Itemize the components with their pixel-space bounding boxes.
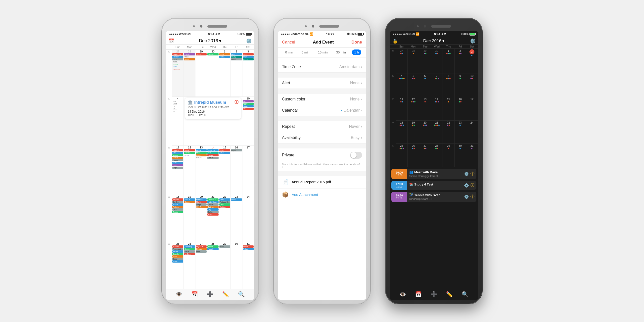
event-dinne[interactable]: Dinne... [184, 58, 195, 60]
pdf-attachment-row[interactable]: 📄 Annual Report 2015.pdf [278, 176, 366, 188]
info-icon[interactable]: ⓘ [234, 100, 238, 105]
dark-day-22[interactable]: 22 [443, 120, 454, 144]
ev-return2[interactable]: Return [243, 248, 254, 250]
ev-payday[interactable]: Payday [172, 198, 183, 201]
ev-cityt2[interactable]: City T... [207, 208, 218, 210]
day-4[interactable]: 4 Pro... Meet Lur... Me... Stu... [172, 97, 184, 146]
day-26[interactable]: 26 Table Bay Hotel Shops Plane... La Co.… [184, 242, 196, 289]
dark-day-10[interactable]: 10 [466, 74, 478, 97]
timezone-row[interactable]: Time Zone Amsterdam › [278, 62, 366, 72]
left-month-title[interactable]: Dec 2016 ▾ [199, 38, 221, 44]
dark-day-8[interactable]: 8 [443, 74, 454, 97]
event-tennis-sven[interactable]: 19:30 22:30 🎾 Tennis with Sven Kinderdij… [391, 192, 476, 202]
ev-canoe[interactable]: Canoe • [207, 204, 218, 206]
day-29[interactable]: 29 Tennis [196, 50, 207, 97]
ev-study2[interactable]: Study [243, 105, 254, 108]
day-15[interactable]: 15 Devel... Movie [219, 146, 231, 195]
ev-gugg[interactable]: Gugg [196, 154, 207, 156]
ev-kita[interactable]: Kita... [207, 152, 218, 154]
ev-trans[interactable]: Trans... [172, 255, 183, 258]
ev-stu[interactable]: Stu... [172, 110, 183, 112]
ev-lur[interactable]: Lur... [172, 105, 183, 108]
right-month-title[interactable]: Dec 2016 ▾ [423, 38, 444, 44]
cancel-button[interactable]: Cancel [282, 40, 295, 45]
ev-cape[interactable]: Cape [172, 258, 183, 260]
ev-meet[interactable]: Meet [172, 103, 183, 105]
add-attachment-row[interactable]: 📦 Add Attachment [278, 188, 366, 201]
event-detail-popup[interactable]: 🏛️ Intrepid Museum ⓘ Pier 86 W 46th St a… [185, 98, 241, 119]
ev-shops3[interactable]: Shops [184, 248, 195, 250]
ev-cab5[interactable]: Cab t... [207, 206, 218, 208]
ev-russi[interactable]: Russi... [184, 149, 195, 152]
ev-hotel[interactable]: Hotel Upper Ea... [207, 201, 218, 203]
dark-day-13[interactable]: 13 [419, 97, 431, 120]
ev-pill2[interactable]: Pill [243, 108, 254, 110]
event-car[interactable]: Car C... [172, 58, 183, 60]
event-shops[interactable]: Shops [172, 63, 183, 66]
day-2[interactable]: 2 Meet Study A-Fus [231, 50, 242, 97]
calendar-list-icon[interactable]: 📅 [168, 38, 174, 44]
event-a-fus[interactable]: A-Fus [231, 58, 242, 60]
ev-meet2[interactable]: Meet • [196, 152, 207, 154]
day-30[interactable]: 30 Noodle [207, 50, 219, 97]
dark-day-27c[interactable]: 27 [419, 144, 431, 167]
dark-edit-icon[interactable]: ✏️ [446, 291, 453, 298]
dark-day-25[interactable]: 25 [396, 144, 408, 167]
dark-day-27[interactable]: 27 [396, 49, 408, 74]
day-1[interactable]: 1 Drink Train... [219, 50, 231, 97]
day-29b[interactable]: 29 A-Fus [219, 242, 231, 289]
dark-day-17[interactable]: 17 [466, 97, 478, 120]
calendar-icon-toolbar[interactable]: 📅 [191, 291, 198, 298]
ev-intrep[interactable]: Intrep... [196, 149, 207, 152]
day-31[interactable]: 31 Phone Return [242, 242, 254, 289]
event-noodle[interactable]: Noodle [207, 53, 218, 56]
ev-wine2[interactable]: Wine [196, 250, 207, 253]
dark-day-11[interactable]: 11 [396, 97, 408, 120]
ev-kirste[interactable]: Kirste [207, 213, 218, 216]
dark-add-icon[interactable]: ➕ [430, 291, 437, 298]
event-holiday[interactable]: Holiday [172, 56, 183, 58]
gear-icon-event1[interactable]: ⚙️ [464, 172, 469, 176]
dark-day-21[interactable]: 21 [431, 120, 442, 144]
day-17[interactable]: 17 [242, 146, 254, 195]
ev-apple[interactable]: Apple [243, 103, 254, 105]
ev-merce[interactable]: Merce... [184, 154, 195, 156]
ev-grand[interactable]: Grand... [172, 253, 183, 255]
event-table[interactable]: Table... [172, 61, 183, 63]
ev-return[interactable]: Return [196, 157, 207, 159]
ev-flight3[interactable]: Flight [172, 166, 183, 169]
ev-flight5[interactable]: Flight [196, 201, 207, 203]
repeat-row[interactable]: Repeat Never › [278, 121, 366, 132]
ev-gpa[interactable]: GPA... [172, 152, 183, 154]
event-train2[interactable]: Train [243, 56, 254, 58]
calendar-row[interactable]: Calendar ● Calendar › [278, 105, 366, 116]
ev-cab4[interactable]: Cab t... [172, 208, 183, 210]
gear-icon-event3[interactable]: ⚙️ [464, 194, 469, 199]
pill-0min[interactable]: 0 min [283, 50, 296, 55]
day-12[interactable]: 12 Russi... IPO M... Merce... [184, 146, 196, 195]
ev-me2[interactable]: Me... [172, 108, 183, 110]
dark-day-26[interactable]: 26 [408, 144, 419, 167]
ev-the-r[interactable]: The R... [172, 260, 183, 262]
ev-plumw[interactable]: Plumwood Inn [172, 248, 183, 250]
ev-gradu[interactable]: Gradu... [172, 159, 183, 161]
info-icon-event2[interactable]: ⓘ [470, 183, 474, 188]
ev-pro[interactable]: Pro... [172, 100, 183, 102]
event-flight[interactable]: Flight CPT-AMS [172, 53, 183, 56]
ev-cab3[interactable]: Cab 2 [207, 157, 218, 159]
ev-astoria[interactable]: Astoria [172, 154, 183, 156]
ev-pictu[interactable]: Pictures Guest... [219, 201, 230, 203]
info-icon-event3[interactable]: ⓘ [470, 194, 474, 200]
ev-phone2[interactable]: Phone [243, 246, 254, 248]
ev-harbo2[interactable]: Harbor... [172, 250, 183, 253]
day-14[interactable]: 14 JEK-CPH Kita... Noma... Cab 2 [207, 146, 219, 195]
dark-cal-icon[interactable]: 📅 [415, 291, 422, 298]
dark-day-31c[interactable]: 31 [466, 144, 478, 167]
day-28b[interactable]: 28 Tennis Noodle [207, 242, 219, 289]
ev-devel[interactable]: Devel... [219, 149, 230, 152]
day-13[interactable]: 13 Intrep... Meet • Gugg Return [196, 146, 207, 195]
eye-icon[interactable]: 👁️ [176, 291, 182, 298]
ev-noodle2[interactable]: Noodle [207, 248, 218, 250]
day-27b[interactable]: 27 Flight CPT-AMS Dinne... Wine [196, 242, 207, 289]
day-24[interactable]: 24 [242, 195, 254, 242]
